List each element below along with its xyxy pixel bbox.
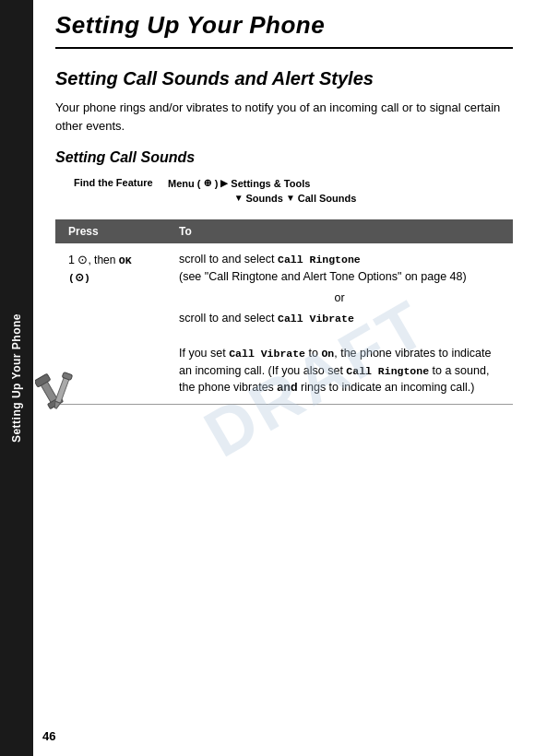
col-press-header: Press [55, 219, 166, 243]
table-header-row: Press To [55, 219, 513, 243]
page-header: Setting Up Your Phone [55, 0, 513, 49]
feature-path-line1: Menu ( ⊕ ) ▶ Settings & Tools [168, 177, 356, 189]
main-content: Setting Up Your Phone Setting Call Sound… [33, 0, 535, 756]
settings-tools-label: Settings & Tools [231, 178, 310, 189]
action-text-4: If you set [179, 347, 229, 360]
side-tab-label: Setting Up Your Phone [10, 313, 23, 443]
or-divider: or [179, 286, 500, 311]
arrow2: ▼ [234, 193, 244, 203]
action-cell: scroll to and select Call Ringtone (see … [166, 243, 513, 405]
action-text-5: to [305, 347, 321, 360]
call-vibrate-term2: Call Vibrate [229, 348, 305, 360]
col-to-header: To [166, 219, 513, 243]
arrow3: ▼ [286, 193, 295, 203]
action-text-8: rings to indicate an incoming call.) [298, 381, 475, 394]
section-heading: Setting Call Sounds and Alert Styles [55, 67, 513, 89]
menu-close-paren: ) [215, 178, 219, 189]
action-text-2: (see "Call Ringtone and Alert Tone Optio… [179, 270, 467, 283]
feature-finder: Find the Feature Menu ( ⊕ ) ▶ Settings &… [55, 177, 513, 205]
and-bold: and [277, 381, 297, 394]
page-number: 46 [42, 729, 55, 743]
feature-finder-label: Find the Feature [74, 177, 157, 188]
page-title: Setting Up Your Phone [55, 11, 513, 40]
feature-path-line2: ▼ Sounds ▼ Call Sounds [168, 191, 356, 205]
menu-label: Menu ( [168, 178, 200, 189]
call-ringtone-term1: Call Ringtone [278, 254, 361, 266]
sounds-label: Sounds [246, 193, 283, 204]
side-tab: Setting Up Your Phone [0, 0, 33, 756]
step-number: 1 [68, 254, 75, 266]
call-ringtone-term2: Call Ringtone [346, 365, 429, 377]
sub-section-heading: Setting Call Sounds [55, 149, 513, 166]
menu-icon: ⊕ [203, 177, 211, 189]
action-text-3: scroll to and select [179, 312, 278, 325]
ok-icon: ⊙ [75, 271, 84, 284]
tools-icon [35, 369, 81, 424]
ok-close: ) [84, 272, 90, 284]
step-press: ⊙, then OK (⊙) [68, 254, 132, 284]
call-sounds-label: Call Sounds [298, 193, 357, 204]
instruction-table: Press To 1 ⊙, then OK (⊙) scroll to and … [55, 219, 513, 405]
call-vibrate-term1: Call Vibrate [278, 313, 354, 325]
body-text: Your phone rings and/or vibrates to noti… [55, 99, 513, 135]
table-row: 1 ⊙, then OK (⊙) scroll to and select Ca… [55, 243, 513, 405]
feature-path: Menu ( ⊕ ) ▶ Settings & Tools ▼ Sounds ▼… [168, 177, 356, 205]
step-icon: ⊙ [77, 253, 88, 266]
on-term: On [321, 348, 334, 360]
action-text-1: scroll to and select [179, 253, 278, 266]
arrow1: ▶ [220, 178, 228, 188]
